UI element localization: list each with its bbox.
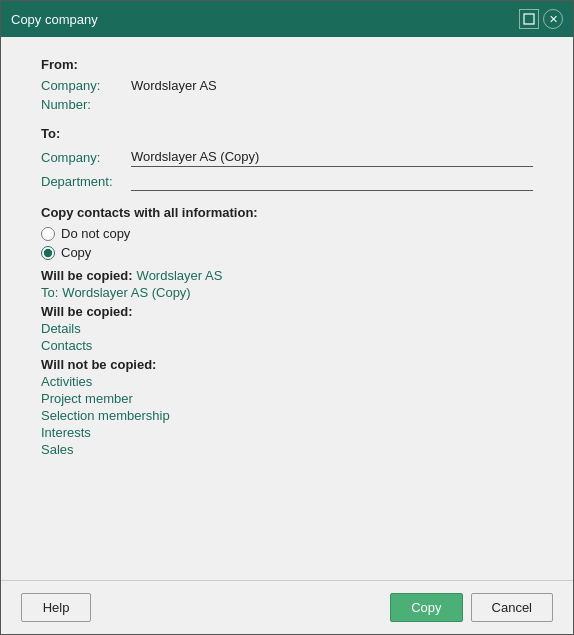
will-be-copied-source-label: Will be copied: xyxy=(41,268,133,283)
close-button[interactable]: ✕ xyxy=(543,9,563,29)
will-be-copied-source-line: Will be copied: Wordslayer AS xyxy=(41,268,533,283)
title-bar-controls: ✕ xyxy=(519,9,563,29)
from-number-row: Number: xyxy=(41,97,533,112)
to-section: To: Company: Department: xyxy=(41,126,533,191)
to-department-row: Department: xyxy=(41,171,533,191)
radio-copy[interactable] xyxy=(41,246,55,260)
to-label: To: xyxy=(41,126,533,141)
not-copied-item-activities: Activities xyxy=(41,374,533,389)
title-bar: Copy company ✕ xyxy=(1,1,573,37)
from-label: From: xyxy=(41,57,533,72)
copied-item-details: Details xyxy=(41,321,533,336)
copy-company-dialog: Copy company ✕ From: Company: Wordslayer… xyxy=(0,0,574,635)
to-company-input[interactable] xyxy=(131,147,533,167)
will-be-copied-source-value: Wordslayer AS xyxy=(137,268,223,283)
copied-item-contacts: Contacts xyxy=(41,338,533,353)
will-be-copied-section: Will be copied: Details Contacts xyxy=(41,304,533,353)
dialog-title: Copy company xyxy=(11,12,98,27)
copy-button[interactable]: Copy xyxy=(390,593,462,622)
svg-rect-0 xyxy=(524,14,534,24)
to-company-row: Company: xyxy=(41,147,533,167)
help-button[interactable]: Help xyxy=(21,593,91,622)
radio-copy-label: Copy xyxy=(61,245,91,260)
radio-copy-row: Copy xyxy=(41,245,533,260)
to-department-label: Department: xyxy=(41,174,131,189)
radio-do-not-copy[interactable] xyxy=(41,227,55,241)
footer-left: Help xyxy=(21,593,91,622)
radio-do-not-copy-row: Do not copy xyxy=(41,226,533,241)
will-not-be-copied-label: Will not be copied: xyxy=(41,357,156,372)
to-copy-value: Wordslayer AS (Copy) xyxy=(62,285,190,300)
not-copied-item-interests: Interests xyxy=(41,425,533,440)
from-company-row: Company: Wordslayer AS xyxy=(41,78,533,93)
to-copy-label: To: xyxy=(41,285,58,300)
to-department-input[interactable] xyxy=(131,171,533,191)
not-copied-item-selection-membership: Selection membership xyxy=(41,408,533,423)
not-copied-item-project-member: Project member xyxy=(41,391,533,406)
dialog-footer: Help Copy Cancel xyxy=(1,580,573,634)
copy-contacts-section: Copy contacts with all information: Do n… xyxy=(41,205,533,260)
to-company-label: Company: xyxy=(41,150,131,165)
from-number-label: Number: xyxy=(41,97,131,112)
will-be-copied-items-label: Will be copied: xyxy=(41,304,133,319)
from-section: From: Company: Wordslayer AS Number: xyxy=(41,57,533,112)
to-copy-line: To: Wordslayer AS (Copy) xyxy=(41,285,533,300)
cancel-button[interactable]: Cancel xyxy=(471,593,553,622)
will-be-copied-items-label-line: Will be copied: xyxy=(41,304,533,319)
will-not-be-copied-label-line: Will not be copied: xyxy=(41,357,533,372)
dialog-body: From: Company: Wordslayer AS Number: To:… xyxy=(1,37,573,580)
from-company-label: Company: xyxy=(41,78,131,93)
footer-right: Copy Cancel xyxy=(390,593,553,622)
maximize-button[interactable] xyxy=(519,9,539,29)
copy-contacts-label: Copy contacts with all information: xyxy=(41,205,533,220)
will-not-be-copied-section: Will not be copied: Activities Project m… xyxy=(41,357,533,457)
radio-do-not-copy-label: Do not copy xyxy=(61,226,130,241)
not-copied-item-sales: Sales xyxy=(41,442,533,457)
from-company-value: Wordslayer AS xyxy=(131,78,217,93)
